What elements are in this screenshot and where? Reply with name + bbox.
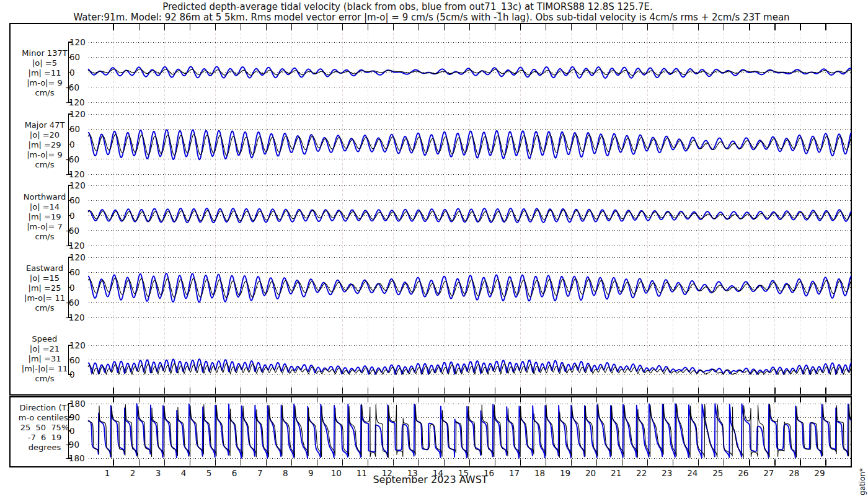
y-tick-label: -120 bbox=[66, 97, 85, 107]
y-tick-label: 120 bbox=[69, 109, 86, 119]
panel-label-line: Northward bbox=[1, 192, 88, 202]
panel-label-line: Major 47T bbox=[1, 120, 88, 130]
panel-label-line: |o| =5 bbox=[1, 58, 88, 68]
panel-label-line: cm/s bbox=[1, 88, 88, 98]
panel-eastward-label: Eastward|o| =15|m| =25|m-o|= 11cm/s bbox=[1, 264, 88, 313]
panel-speed-label: Speed|o| =21|m| =31|m|-|o|= 11cm/s bbox=[1, 334, 88, 384]
panel-label-line: cm/s bbox=[1, 374, 88, 384]
y-tick-label: -120 bbox=[66, 312, 85, 322]
y-tick-label: -120 bbox=[66, 241, 85, 250]
panel-label-line: |o| =15 bbox=[1, 273, 88, 283]
panel-label-line: Direction (T) bbox=[1, 403, 88, 413]
xaxis-title: September 2023 AWST bbox=[0, 474, 861, 485]
panel-label-line: Speed bbox=[1, 334, 88, 344]
panel-label-line: |m| =31 bbox=[1, 354, 88, 364]
panel-label-line: |m-o|= 9 bbox=[1, 78, 88, 88]
panel-label-line: |o| =21 bbox=[1, 344, 88, 354]
y-tick-label: -180 bbox=[66, 453, 85, 463]
panel-label-line: |m-o|= 9 bbox=[1, 150, 88, 160]
panel-label-line: |m-o|= 11 bbox=[1, 293, 88, 303]
imos-watermark: © IMOS 05-Sep-2023 01:19:55. *Not for na… bbox=[858, 468, 867, 496]
panel-label-line: |m| =11 bbox=[1, 68, 88, 78]
panel-major-label: Major 47T|o| =20|m| =29|m-o|= 9cm/s bbox=[1, 120, 88, 170]
panel-direction-label: Direction (T)m-o centiles:25 50 75%-7 6 … bbox=[1, 403, 88, 453]
panel-label-line: cm/s bbox=[1, 303, 88, 313]
panel-minor-label: Minor 137T|o| =5|m| =11|m-o|= 9cm/s bbox=[1, 48, 88, 98]
panel-northward-label: Northward|o| =14|m| =19|m-o|= 7cm/s bbox=[1, 192, 88, 242]
panel-label-line: cm/s bbox=[1, 232, 88, 242]
y-tick-label: -120 bbox=[66, 169, 85, 179]
y-tick-label: 120 bbox=[69, 37, 86, 47]
panel-label-line: Minor 137T bbox=[1, 48, 88, 58]
panel-label-line: |m|-|o|= 11 bbox=[1, 364, 88, 374]
panel-label-line: |m| =19 bbox=[1, 212, 88, 222]
panel-label-line: cm/s bbox=[1, 160, 88, 170]
panel-label-line: Eastward bbox=[1, 264, 88, 273]
panel-label-line: |m| =29 bbox=[1, 140, 88, 150]
panel-label-line: degrees bbox=[1, 443, 88, 453]
panel-label-line: |o| =14 bbox=[1, 202, 88, 212]
panel-label-line: m-o centiles: bbox=[1, 413, 88, 423]
y-tick-label: 120 bbox=[69, 252, 86, 262]
plot-canvas bbox=[0, 0, 868, 496]
tidal-velocity-figure: Predicted depth-average tidal velocity (… bbox=[0, 0, 868, 496]
panel-label-line: |m| =25 bbox=[1, 283, 88, 293]
panel-label-line: -7 6 19 bbox=[1, 433, 88, 443]
y-tick-label: 120 bbox=[69, 180, 86, 190]
panel-label-line: |m-o|= 7 bbox=[1, 222, 88, 232]
panel-label-line: |o| =20 bbox=[1, 130, 88, 140]
panel-label-line: 25 50 75% bbox=[1, 423, 88, 433]
